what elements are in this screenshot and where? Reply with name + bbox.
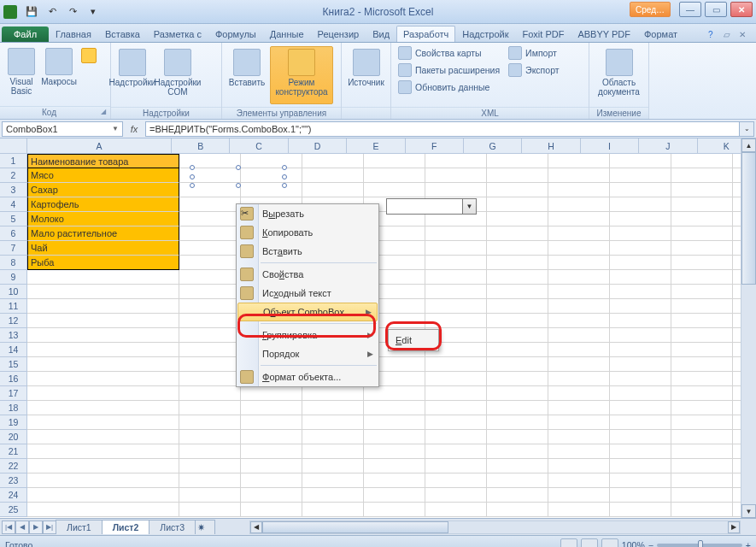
cell[interactable] [671,226,733,241]
visual-basic-button[interactable]: Visual Basic [3,45,39,103]
cell[interactable] [610,212,671,226]
cell[interactable] [610,401,671,415]
cell[interactable] [610,343,671,357]
cell[interactable] [364,430,425,444]
cell[interactable] [179,256,241,270]
zoom-slider[interactable] [657,544,742,547]
combobox-control[interactable]: ▼ [193,168,284,185]
cell[interactable] [548,212,610,226]
cell[interactable] [179,183,241,197]
cell[interactable] [610,154,671,168]
combobox-dropdown-icon[interactable]: ▼ [462,199,476,214]
cell[interactable] [179,357,241,372]
cell[interactable] [27,314,179,328]
cell[interactable] [487,183,548,197]
cell[interactable] [425,154,487,168]
row-header[interactable]: 22 [0,459,27,473]
cell[interactable] [610,226,671,241]
cell[interactable] [548,328,610,343]
cell[interactable] [487,212,548,226]
sheet-tab[interactable]: Лист2 [102,520,150,534]
next-sheet-icon[interactable]: ▶ [29,521,43,534]
cell[interactable] [610,168,671,183]
cell[interactable] [179,343,241,357]
menu-grouping[interactable]: Группировка▶ [237,326,378,344]
page-layout-view-icon[interactable] [581,538,598,548]
cell[interactable] [610,473,671,488]
cell[interactable] [487,343,548,357]
cell[interactable] [425,270,487,285]
cell[interactable] [548,299,610,314]
column-header[interactable]: J [639,138,697,154]
cell[interactable] [302,488,364,503]
close-button[interactable]: ✕ [730,2,753,17]
row-header[interactable]: 17 [0,386,27,401]
name-box[interactable]: ComboBox1▼ [2,121,123,137]
cell[interactable] [487,415,548,430]
cell[interactable] [671,473,733,488]
cell[interactable] [671,503,733,517]
sheet-tab[interactable]: Лист1 [56,520,103,534]
cell[interactable] [241,473,302,488]
cell[interactable]: Рыба [27,256,179,270]
row-header[interactable]: 16 [0,372,27,386]
tab-format[interactable]: Формат [637,26,684,42]
map-properties-button[interactable]: Свойства карты [395,44,503,62]
cell[interactable] [179,154,241,168]
cell[interactable] [671,459,733,473]
cell[interactable] [179,328,241,343]
undo-icon[interactable]: ↶ [43,3,62,21]
tab-review[interactable]: Рецензир [311,26,366,42]
insert-function-icon[interactable]: fx [126,124,142,134]
cell[interactable] [671,241,733,256]
column-headers[interactable]: ABCDEFGHIJK [27,138,756,154]
cell[interactable] [425,299,487,314]
new-sheet-button[interactable]: ✷ [195,520,215,534]
cell[interactable] [487,226,548,241]
cell[interactable] [302,386,364,401]
cell[interactable] [487,430,548,444]
cell[interactable] [425,285,487,299]
cell[interactable] [302,168,364,183]
save-icon[interactable]: 💾 [22,3,41,21]
row-headers[interactable]: 1234567891011121314151617181920212223242… [0,154,27,517]
cell[interactable] [671,328,733,343]
cell[interactable] [27,503,179,517]
cell[interactable] [487,473,548,488]
cell[interactable] [425,430,487,444]
cell[interactable] [671,386,733,401]
cell[interactable] [179,401,241,415]
cell[interactable] [610,503,671,517]
cell[interactable] [671,444,733,459]
row-header[interactable]: 9 [0,270,27,285]
prev-sheet-icon[interactable]: ◀ [15,521,29,534]
row-header[interactable]: 25 [0,503,27,517]
cell[interactable] [610,357,671,372]
cell[interactable] [487,314,548,328]
cell[interactable] [548,168,610,183]
formula-input[interactable]: =ВНЕДРИТЬ("Forms.ComboBox.1";"") [145,121,739,137]
menu-properties[interactable]: Свойства [237,265,378,284]
cell[interactable] [179,444,241,459]
first-sheet-icon[interactable]: |◀ [2,521,15,534]
macro-security-button[interactable] [79,45,99,103]
cell[interactable] [241,459,302,473]
cell[interactable] [671,372,733,386]
row-header[interactable]: 6 [0,226,27,241]
row-header[interactable]: 21 [0,444,27,459]
cell[interactable] [671,314,733,328]
cell[interactable] [671,285,733,299]
cell[interactable] [241,154,302,168]
cell[interactable] [610,459,671,473]
cell[interactable] [487,256,548,270]
row-header[interactable]: 7 [0,241,27,256]
cell[interactable] [179,372,241,386]
cell[interactable] [671,197,733,212]
help-icon[interactable]: ? [708,30,720,42]
cell[interactable] [27,415,179,430]
cell[interactable] [425,168,487,183]
cell[interactable] [425,226,487,241]
tab-abbyy[interactable]: ABBYY PDF [571,26,637,42]
cell[interactable] [671,343,733,357]
column-header[interactable]: A [27,138,172,154]
